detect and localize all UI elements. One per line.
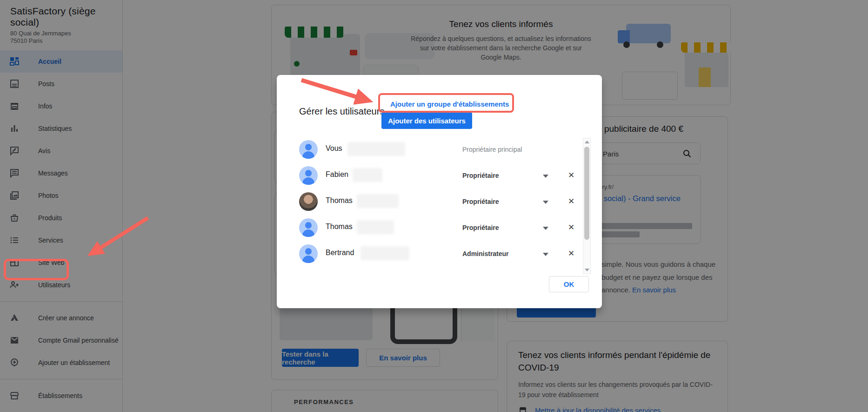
user-list-scrollbar[interactable] (583, 138, 591, 274)
redacted-name (361, 246, 409, 260)
remove-user-icon[interactable]: ✕ (568, 196, 574, 206)
avatar (299, 244, 318, 263)
user-name: Bertrand (326, 249, 354, 257)
role-dropdown-caret[interactable] (543, 175, 548, 178)
user-row: Thomas Propriétaire ✕ (277, 189, 584, 215)
user-row: Bertrand Administrateur ✕ (277, 241, 584, 267)
remove-user-icon[interactable]: ✕ (568, 170, 574, 180)
user-role: Propriétaire principal (462, 146, 522, 153)
dialog-title: Gérer les utilisateurs (299, 106, 384, 117)
ok-button[interactable]: OK (549, 276, 589, 292)
remove-user-icon[interactable]: ✕ (568, 223, 574, 232)
role-dropdown-caret[interactable] (543, 201, 548, 204)
user-role: Propriétaire (462, 224, 499, 231)
avatar (299, 218, 318, 237)
user-role: Propriétaire (462, 198, 499, 205)
redacted-name (357, 220, 394, 234)
add-location-group-button[interactable]: Ajouter un groupe d'établissements (385, 97, 514, 111)
user-name: Thomas (326, 196, 353, 205)
user-name: Fabien (326, 170, 348, 179)
user-list: Vous Propriétaire principal Fabien Propr… (277, 136, 584, 267)
role-dropdown-caret[interactable] (543, 227, 548, 230)
user-row: Vous Propriétaire principal (277, 136, 584, 162)
avatar (299, 166, 318, 185)
user-name: Vous (326, 144, 342, 153)
user-name: Thomas (326, 223, 353, 231)
remove-user-icon[interactable]: ✕ (568, 249, 574, 258)
redacted-name (353, 168, 382, 182)
scrollbar-thumb[interactable] (584, 147, 589, 240)
redacted-name (347, 142, 405, 156)
role-dropdown-caret[interactable] (543, 253, 548, 256)
user-row: Fabien Propriétaire ✕ (277, 162, 584, 189)
avatar-photo (299, 192, 318, 211)
avatar (299, 140, 318, 159)
redacted-name (357, 194, 399, 208)
scroll-down-icon[interactable] (585, 269, 589, 271)
user-row: Thomas Propriétaire ✕ (277, 215, 584, 241)
user-role: Propriétaire (462, 172, 499, 179)
manage-users-dialog: Gérer les utilisateurs Ajouter un groupe… (277, 75, 602, 308)
add-users-button[interactable]: Ajouter des utilisateurs (381, 112, 472, 129)
scroll-up-icon[interactable] (585, 141, 589, 143)
user-role: Administrateur (462, 250, 509, 257)
